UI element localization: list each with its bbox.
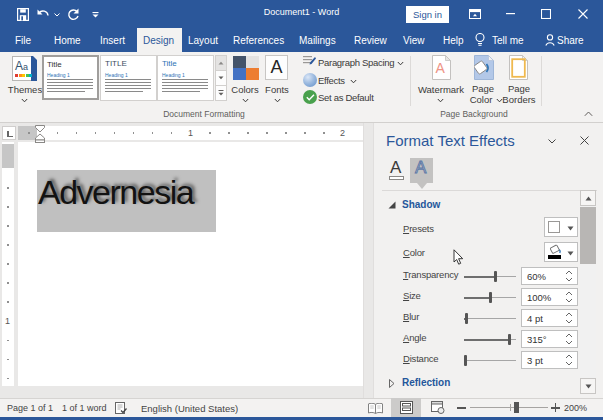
svg-text:A: A [436,60,446,76]
